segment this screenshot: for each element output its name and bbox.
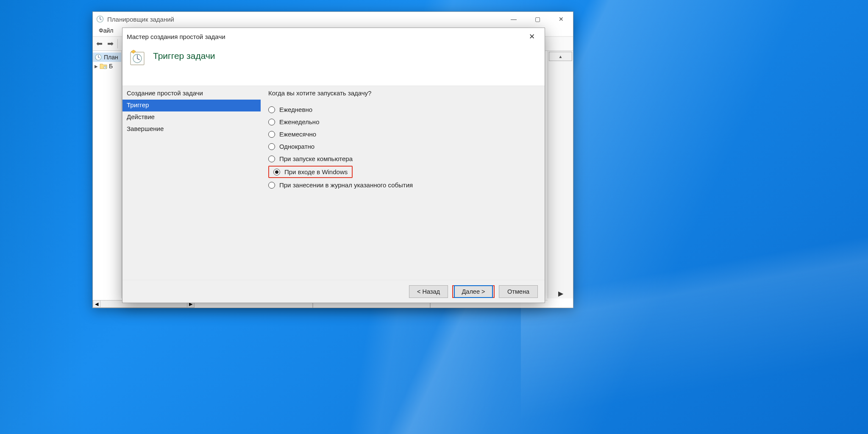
actions-scroll-up[interactable]: ▲ bbox=[549, 52, 572, 61]
radio-startup-label: При запуске компьютера bbox=[279, 155, 353, 162]
radio-daily[interactable]: Ежедневно bbox=[268, 103, 537, 116]
maximize-button[interactable]: ▢ bbox=[526, 12, 549, 26]
radio-logon[interactable]: При входе в Windows bbox=[273, 168, 348, 175]
tree-clock-icon bbox=[95, 53, 102, 61]
trigger-question: Когда вы хотите запускать задачу? bbox=[268, 89, 537, 97]
wizard-clock-icon bbox=[128, 49, 146, 67]
wizard-content: Когда вы хотите запускать задачу? Ежедне… bbox=[261, 86, 545, 280]
radio-logon-highlight: При входе в Windows bbox=[268, 166, 353, 178]
nav-step-trigger[interactable]: Триггер bbox=[122, 100, 261, 111]
actions-panel: ▲ ▶ bbox=[548, 51, 573, 298]
tree-library-item[interactable]: ▶ Б bbox=[93, 62, 121, 70]
chevron-up-icon: ▲ bbox=[559, 54, 563, 59]
wizard-titlebar: Мастер создания простой задачи ✕ bbox=[122, 28, 545, 45]
wizard-nav: Создание простой задачи Триггер Действие… bbox=[122, 86, 261, 280]
radio-monthly-label: Ежемесячно bbox=[279, 131, 316, 138]
radio-logon-label: При входе в Windows bbox=[284, 168, 348, 175]
close-parent-button[interactable]: ✕ bbox=[549, 12, 573, 26]
radio-event-label: При занесении в журнал указанного событи… bbox=[279, 181, 413, 189]
radio-startup[interactable]: При запуске компьютера bbox=[268, 153, 537, 165]
nav-step-finish[interactable]: Завершение bbox=[122, 123, 261, 135]
wizard-footer: < Назад Далее > Отмена bbox=[122, 280, 545, 303]
radio-icon-checked bbox=[273, 169, 280, 175]
wizard-header: Триггер задачи bbox=[122, 45, 545, 86]
tree-lib-label: Б bbox=[109, 63, 113, 70]
radio-icon bbox=[268, 106, 275, 113]
nav-step-create[interactable]: Создание простой задачи bbox=[122, 88, 261, 100]
tree-root-label: План bbox=[104, 54, 118, 61]
folder-icon bbox=[100, 63, 107, 70]
actions-scroll-right[interactable]: ▶ bbox=[549, 289, 572, 298]
back-button-label: < Назад bbox=[417, 288, 440, 295]
tree-root-item[interactable]: План bbox=[93, 53, 121, 62]
back-button[interactable]: < Назад bbox=[409, 285, 448, 298]
next-button[interactable]: Далее > bbox=[454, 285, 493, 298]
next-button-highlight: Далее > bbox=[452, 285, 495, 298]
nav-step-action[interactable]: Действие bbox=[122, 111, 261, 123]
parent-title-text: Планировщик заданий bbox=[107, 16, 174, 23]
radio-icon bbox=[268, 143, 275, 150]
cancel-button[interactable]: Отмена bbox=[499, 285, 538, 298]
tree-expand-icon[interactable]: ▶ bbox=[95, 64, 98, 69]
create-task-wizard: Мастер создания простой задачи ✕ Триггер… bbox=[122, 28, 545, 303]
toolbar-separator bbox=[117, 39, 118, 48]
radio-daily-label: Ежедневно bbox=[279, 106, 312, 113]
radio-once-label: Однократно bbox=[279, 143, 314, 150]
radio-icon bbox=[268, 131, 275, 138]
radio-monthly[interactable]: Ежемесячно bbox=[268, 128, 537, 140]
radio-weekly-label: Еженедельно bbox=[279, 118, 319, 125]
wizard-close-button[interactable]: ✕ bbox=[523, 28, 540, 45]
tree-panel: План ▶ Б bbox=[93, 51, 122, 298]
minimize-button[interactable]: — bbox=[502, 12, 526, 26]
next-button-label: Далее > bbox=[462, 288, 485, 295]
radio-event[interactable]: При занесении в журнал указанного событи… bbox=[268, 179, 537, 191]
chevron-right-icon: ▶ bbox=[558, 289, 563, 298]
cancel-button-label: Отмена bbox=[507, 288, 529, 295]
menu-file[interactable]: Файл bbox=[97, 26, 115, 36]
nav-forward-icon[interactable]: ➡ bbox=[106, 39, 115, 48]
nav-back-icon[interactable]: ⬅ bbox=[95, 39, 104, 48]
parent-titlebar: Планировщик заданий — ▢ ✕ bbox=[93, 12, 573, 26]
radio-once[interactable]: Однократно bbox=[268, 140, 537, 153]
radio-icon bbox=[268, 119, 275, 125]
hscroll-left-icon[interactable]: ◀ bbox=[93, 300, 100, 308]
app-clock-icon bbox=[96, 15, 104, 23]
wizard-title-text: Мастер создания простой задачи bbox=[127, 33, 225, 40]
radio-icon bbox=[268, 156, 275, 162]
radio-icon bbox=[268, 182, 275, 189]
radio-weekly[interactable]: Еженедельно bbox=[268, 116, 537, 128]
wizard-header-title: Триггер задачи bbox=[153, 51, 215, 61]
